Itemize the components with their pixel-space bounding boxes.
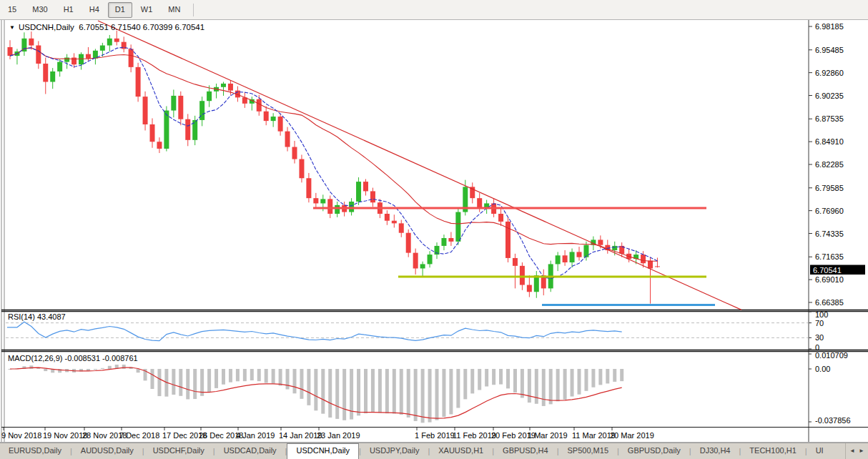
tab-eurusd-daily[interactable]: EURUSD,Daily <box>0 443 70 459</box>
candle-body <box>264 112 269 121</box>
macd-bar <box>620 369 623 381</box>
macd-bar <box>535 369 538 404</box>
chart-canvas[interactable]: 6.981856.954856.928606.902356.875356.849… <box>0 0 868 459</box>
candle-body <box>114 39 119 42</box>
tab-usdcnh-daily[interactable]: USDCNH,Daily <box>287 443 359 459</box>
macd-bar <box>342 369 346 420</box>
macd-bar <box>207 369 211 392</box>
date-label: 20 Mar 2019 <box>610 431 654 440</box>
candle-body <box>306 178 311 198</box>
tab-xauusd-h1[interactable]: XAUUSD,H1 <box>430 443 492 459</box>
price-tag-value: 6.70541 <box>813 266 842 275</box>
macd-bar <box>257 369 261 381</box>
candle-body <box>648 261 653 269</box>
macd-bar <box>265 369 268 383</box>
candle-body <box>498 214 503 222</box>
macd-bar <box>229 369 232 382</box>
price-axis-label: 6.82285 <box>815 160 844 169</box>
date-label: 19 Nov 2018 <box>43 431 87 440</box>
candle-body <box>385 214 390 221</box>
rsi-axis-label: 30 <box>815 333 824 342</box>
macd-bar <box>606 369 609 383</box>
macd-bar <box>598 369 602 385</box>
candle-body <box>441 238 446 246</box>
chart-title-symbol: USDCNH,Daily <box>19 23 74 31</box>
macd-bar <box>513 369 517 393</box>
macd-bar <box>478 369 481 390</box>
price-axis-label: 6.92860 <box>815 69 844 77</box>
macd-bar <box>272 369 275 383</box>
price-axis-label: 6.98185 <box>815 22 844 31</box>
date-label: 7 Dec 2018 <box>119 431 159 440</box>
macd-bar <box>94 369 97 370</box>
candle-body <box>157 142 162 149</box>
macd-bar <box>428 369 432 423</box>
macd-bar <box>456 369 460 408</box>
tab-tech100-h1[interactable]: TECH100,H1 <box>741 443 804 459</box>
macd-bar <box>414 369 418 421</box>
mt4-window: 15M30H1H4D1W1MN 6.981856.954856.928606.9… <box>0 0 868 459</box>
tab-scroll-right-icon[interactable]: ► <box>857 445 866 457</box>
price-axis-label: 6.90235 <box>815 92 844 100</box>
candle-body <box>107 39 112 46</box>
candle-body <box>43 64 48 82</box>
macd-bar <box>542 369 546 406</box>
tab-usdcad-daily[interactable]: USDCAD,Daily <box>215 443 285 459</box>
descending-trendline[interactable] <box>98 21 741 310</box>
date-label: 1 Feb 2019 <box>415 431 455 440</box>
tab-usdchf-daily[interactable]: USDCHF,Daily <box>144 443 213 459</box>
macd-bar <box>236 369 240 381</box>
tab-sp500-m15[interactable]: SP500,M15 <box>559 443 617 459</box>
rsi-axis-label: 100 <box>815 310 828 319</box>
macd-bar <box>442 369 445 417</box>
candle-body <box>271 117 276 121</box>
candles-group <box>8 31 660 304</box>
candle-body <box>129 49 134 66</box>
slow-ma-line[interactable] <box>10 48 657 261</box>
date-label: 11 Feb 2019 <box>453 431 496 440</box>
tab-ui[interactable]: UI <box>807 443 824 459</box>
candle-body <box>577 252 582 257</box>
candle-body <box>136 67 141 97</box>
candle-body <box>406 233 411 253</box>
macd-bar <box>364 369 368 413</box>
current-price-tag: 6.70541 <box>810 265 865 275</box>
price-axis: 6.981856.954856.928606.902356.875356.849… <box>809 22 844 307</box>
candle-body <box>199 101 204 120</box>
tab-scroll-left-icon[interactable]: ◄ <box>848 445 857 457</box>
macd-bar <box>407 369 410 418</box>
candle-body <box>655 266 660 267</box>
date-axis: 9 Nov 201819 Nov 201828 Nov 20187 Dec 20… <box>1 428 654 440</box>
rsi-axis-label: 70 <box>815 319 824 327</box>
candle-body <box>29 39 34 46</box>
macd-bar <box>151 369 154 389</box>
tab-gbpusd-h4[interactable]: GBPUSD,H4 <box>494 443 557 459</box>
macd-bar <box>286 369 290 390</box>
price-axis-label: 6.79585 <box>815 184 844 192</box>
candle-body <box>292 147 297 159</box>
date-label: 9 Nov 2018 <box>1 431 41 440</box>
candle-body <box>356 182 361 202</box>
macd-bar <box>421 369 425 423</box>
macd-bar <box>321 369 325 414</box>
macd-bar <box>591 369 595 388</box>
candle-body <box>320 199 325 203</box>
macd-bar <box>279 369 282 386</box>
macd-axis-label: -0.037856 <box>815 416 851 425</box>
tab-dj30-h4[interactable]: DJ30,H4 <box>691 443 739 459</box>
rsi-indicator-label: RSI(14) 43.4087 <box>8 312 66 321</box>
symbol-dropdown-icon[interactable]: ▼ <box>9 24 15 31</box>
tab-usdjpy-daily[interactable]: USDJPY,Daily <box>361 443 428 459</box>
macd-bar <box>571 369 574 397</box>
macd-bar <box>578 369 581 395</box>
candle-body <box>327 199 332 214</box>
macd-bar <box>499 369 503 385</box>
tab-gbpusd-daily[interactable]: GBPUSD,Daily <box>619 443 689 459</box>
candle-body <box>221 84 226 87</box>
candle-body <box>570 252 575 262</box>
macd-axis-label: 0.00 <box>815 365 830 373</box>
macd-bar <box>470 369 474 393</box>
macd-bar <box>528 369 531 403</box>
tab-audusd-daily[interactable]: AUDUSD,Daily <box>72 443 142 459</box>
macd-bar <box>186 369 189 399</box>
